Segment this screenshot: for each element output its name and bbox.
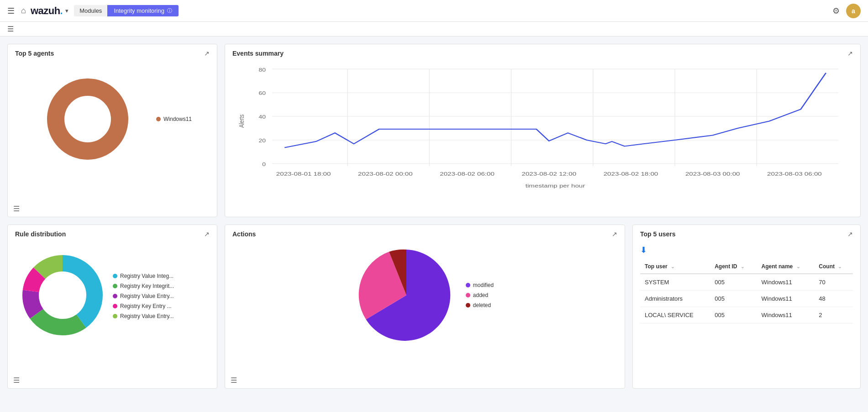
rule-legend-item-0: Registry Value Integ... <box>113 273 174 279</box>
cell-agent-name-1: Windows11 <box>757 291 815 307</box>
top-users-content: ⬇ Top user ⌄ Agent ID ⌄ <box>633 240 860 328</box>
top-users-table-head: Top user ⌄ Agent ID ⌄ Agent name ⌄ <box>640 260 853 274</box>
col-count[interactable]: Count ⌄ <box>814 260 853 274</box>
cell-agent-name-2: Windows11 <box>757 307 815 323</box>
info-icon[interactable]: ⓘ <box>167 7 172 14</box>
rule-label-2: Registry Value Entry... <box>120 293 174 299</box>
top-users-panel: Top 5 users ↗ ⬇ Top user ⌄ Agent ID <box>632 224 861 389</box>
svg-text:Alerts: Alerts <box>237 115 245 128</box>
col-agent-id[interactable]: Agent ID ⌄ <box>710 260 757 274</box>
brand-name: wazuh. <box>31 5 63 17</box>
home-icon[interactable]: ⌂ <box>21 6 26 16</box>
svg-text:2023-08-02 06:00: 2023-08-02 06:00 <box>440 171 494 177</box>
cell-agent-name-0: Windows11 <box>757 274 815 291</box>
main-content: Top 5 agents ↗ Windows11 ☰ <box>0 37 868 396</box>
top-users-table-header-row: Top user ⌄ Agent ID ⌄ Agent name ⌄ <box>640 260 853 274</box>
actions-footer-icon[interactable]: ☰ <box>231 376 237 385</box>
svg-text:2023-08-03 00:00: 2023-08-03 00:00 <box>685 171 740 177</box>
cell-count-0: 70 <box>814 274 853 291</box>
rule-distribution-footer-icon[interactable]: ☰ <box>13 376 20 385</box>
col-agent-id-sort[interactable]: ⌄ <box>741 264 744 269</box>
hamburger-icon[interactable]: ☰ <box>7 6 15 16</box>
events-summary-header: Events summary ↗ <box>225 44 860 60</box>
col-agent-id-label: Agent ID <box>715 263 737 270</box>
actions-panel: Actions ↗ <box>225 224 625 389</box>
cell-agent-id-0: 005 <box>710 274 757 291</box>
actions-header: Actions ↗ <box>225 225 625 240</box>
list-icon[interactable]: ☰ <box>7 25 14 33</box>
rule-donut-container <box>17 245 108 347</box>
events-chart-svg: 0 20 40 60 80 Alerts 2023-08-01 18:00 20… <box>234 64 851 192</box>
top-users-expand-icon[interactable]: ↗ <box>847 230 853 238</box>
added-dot <box>466 293 470 297</box>
rule-legend-item-3: Registry Key Entry ... <box>113 303 174 309</box>
svg-text:2023-08-02 00:00: 2023-08-02 00:00 <box>358 171 413 177</box>
top-agents-content: Windows11 <box>8 60 217 178</box>
col-count-sort[interactable]: ⌄ <box>838 264 842 269</box>
cell-top-user-2: LOCAL\ SERVICE <box>640 307 710 323</box>
top-users-title: Top 5 users <box>640 230 676 238</box>
actions-legend-deleted: deleted <box>466 302 494 308</box>
top-users-table: Top user ⌄ Agent ID ⌄ Agent name ⌄ <box>640 260 853 323</box>
download-icon[interactable]: ⬇ <box>640 245 853 255</box>
col-count-label: Count <box>819 263 835 270</box>
top-agents-footer-icon[interactable]: ☰ <box>13 204 20 213</box>
modified-label: modified <box>473 282 494 288</box>
svg-text:2023-08-01 18:00: 2023-08-01 18:00 <box>276 171 331 177</box>
cell-top-user-1: Administrators <box>640 291 710 307</box>
modified-dot <box>466 283 470 287</box>
rule-legend-item-1: Registry Key Integrit... <box>113 283 174 289</box>
cell-agent-id-2: 005 <box>710 307 757 323</box>
cell-agent-id-1: 005 <box>710 291 757 307</box>
svg-text:0: 0 <box>262 162 266 167</box>
cell-count-1: 48 <box>814 291 853 307</box>
rule-dot-3 <box>113 304 117 308</box>
rule-distribution-title: Rule distribution <box>15 230 66 238</box>
col-agent-name[interactable]: Agent name ⌄ <box>757 260 815 274</box>
actions-content: modified added deleted <box>225 240 625 350</box>
col-agent-name-label: Agent name <box>762 263 793 270</box>
brand-dropdown-icon[interactable]: ▾ <box>65 7 68 14</box>
top-agents-legend: Windows11 <box>156 116 192 122</box>
svg-text:40: 40 <box>259 115 266 120</box>
svg-text:80: 80 <box>259 67 266 73</box>
rule-distribution-expand-icon[interactable]: ↗ <box>204 230 210 238</box>
settings-icon[interactable]: ⚙ <box>832 6 840 16</box>
rule-distribution-panel: Rule distribution ↗ <box>7 224 217 389</box>
top-agents-header: Top 5 agents ↗ <box>8 44 217 60</box>
rule-donut-svg <box>17 245 108 345</box>
row-1: Top 5 agents ↗ Windows11 ☰ <box>7 44 861 217</box>
donut-svg <box>42 73 133 165</box>
legend-dot-windows11 <box>156 117 161 121</box>
current-module-badge: Integrity monitoring ⓘ <box>107 5 179 16</box>
modules-button[interactable]: Modules <box>74 5 107 16</box>
col-top-user-label: Top user <box>645 263 668 270</box>
svg-point-0 <box>56 87 120 151</box>
top-agents-expand-icon[interactable]: ↗ <box>204 50 210 57</box>
topnav: ☰ ⌂ wazuh. ▾ Modules Integrity monitorin… <box>0 0 868 22</box>
added-label: added <box>473 292 488 298</box>
actions-expand-icon[interactable]: ↗ <box>612 230 617 238</box>
legend-item-windows11: Windows11 <box>156 116 192 122</box>
deleted-label: deleted <box>473 302 491 308</box>
brand-logo: wazuh. <box>31 5 63 17</box>
avatar[interactable]: a <box>846 4 861 18</box>
rule-dot-1 <box>113 284 117 288</box>
actions-legend: modified added deleted <box>466 282 494 308</box>
svg-text:20: 20 <box>259 138 266 144</box>
rule-legend-item-2: Registry Value Entry... <box>113 293 174 299</box>
col-top-user-sort[interactable]: ⌄ <box>671 264 674 269</box>
table-row: LOCAL\ SERVICE 005 Windows11 2 <box>640 307 853 323</box>
events-summary-expand-icon[interactable]: ↗ <box>847 50 853 57</box>
svg-text:2023-08-03 06:00: 2023-08-03 06:00 <box>767 171 822 177</box>
rule-dot-2 <box>113 294 117 298</box>
top-agents-donut <box>33 64 142 174</box>
topnav-right: ⚙ a <box>832 4 861 18</box>
top-users-header: Top 5 users ↗ <box>633 225 860 240</box>
svg-text:timestamp per hour: timestamp per hour <box>526 183 585 188</box>
rule-dot-0 <box>113 274 117 278</box>
rule-label-4: Registry Value Entry... <box>120 313 174 319</box>
col-top-user[interactable]: Top user ⌄ <box>640 260 710 274</box>
col-agent-name-sort[interactable]: ⌄ <box>796 264 800 269</box>
row-2: Rule distribution ↗ <box>7 224 861 389</box>
